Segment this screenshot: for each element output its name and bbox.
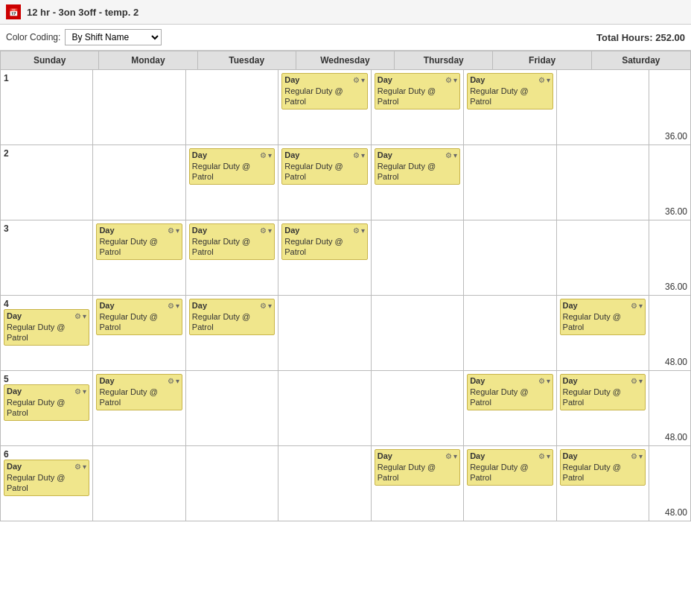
dropdown-arrow-icon[interactable]: ▾ <box>83 463 86 471</box>
shift-icons: ⚙▾ <box>445 76 457 84</box>
header-title: 12 hr - 3on 3off - temp. 2 <box>27 7 138 18</box>
day-header-sunday: Sunday <box>1 51 99 69</box>
gear-icon[interactable]: ⚙ <box>631 452 637 460</box>
dropdown-arrow-icon[interactable]: ▾ <box>547 452 550 460</box>
gear-icon[interactable]: ⚙ <box>74 463 81 471</box>
dropdown-arrow-icon[interactable]: ▾ <box>83 312 86 320</box>
gear-icon[interactable]: ⚙ <box>74 387 81 396</box>
shift-description: Regular Duty @ Patrol <box>284 161 364 182</box>
dropdown-arrow-icon[interactable]: ▾ <box>453 452 457 460</box>
dropdown-arrow-icon[interactable]: ▾ <box>176 302 179 310</box>
total-hours-value: 252.00 <box>655 32 685 43</box>
shift-icons: ⚙▾ <box>353 76 365 84</box>
gear-icon[interactable]: ⚙ <box>445 76 452 84</box>
dropdown-arrow-icon[interactable]: ▾ <box>361 226 365 235</box>
shift-card[interactable]: Day⚙▾Regular Duty @ Patrol <box>189 223 275 260</box>
gear-icon[interactable]: ⚙ <box>631 302 637 310</box>
gear-icon[interactable]: ⚙ <box>168 302 174 310</box>
shift-header: Day⚙▾ <box>99 376 179 385</box>
row-total-week3: 36.00 <box>649 220 690 295</box>
dropdown-arrow-icon[interactable]: ▾ <box>639 452 643 460</box>
color-coding-select[interactable]: By Shift Name By Position By Employee <box>65 29 162 45</box>
day-cell-week2-day2: Day⚙▾Regular Duty @ Patrol <box>186 145 278 220</box>
gear-icon[interactable]: ⚙ <box>538 452 545 460</box>
shift-card[interactable]: Day⚙▾Regular Duty @ Patrol <box>189 299 275 335</box>
shift-icons: ⚙▾ <box>445 151 457 159</box>
dropdown-arrow-icon[interactable]: ▾ <box>268 226 272 235</box>
week-row-4: 4Day⚙▾Regular Duty @ PatrolDay⚙▾Regular … <box>1 296 690 371</box>
shift-card[interactable]: Day⚙▾Regular Duty @ Patrol <box>560 299 646 335</box>
shift-card[interactable]: Day⚙▾Regular Duty @ Patrol <box>96 299 182 335</box>
shift-description: Regular Duty @ Patrol <box>470 387 550 408</box>
dropdown-arrow-icon[interactable]: ▾ <box>176 226 179 235</box>
shift-card[interactable]: Day⚙▾Regular Duty @ Patrol <box>467 374 553 410</box>
gear-icon[interactable]: ⚙ <box>260 302 267 310</box>
header-bar: 📅 12 hr - 3on 3off - temp. 2 <box>0 0 691 25</box>
shift-header: Day⚙▾ <box>563 451 643 460</box>
gear-icon[interactable]: ⚙ <box>353 151 360 159</box>
gear-icon[interactable]: ⚙ <box>353 76 360 84</box>
shift-card[interactable]: Day⚙▾Regular Duty @ Patrol <box>96 223 182 260</box>
row-total-week6: 48.00 <box>649 446 690 521</box>
day-cell-week4-day1: Day⚙▾Regular Duty @ Patrol <box>93 296 185 370</box>
shift-name: Day <box>192 150 207 159</box>
dropdown-arrow-icon[interactable]: ▾ <box>547 377 550 385</box>
shift-card[interactable]: Day⚙▾Regular Duty @ Patrol <box>96 374 182 410</box>
shift-header: Day⚙▾ <box>563 376 643 385</box>
shift-header: Day⚙▾ <box>470 75 550 84</box>
shift-description: Regular Duty @ Patrol <box>192 236 272 258</box>
gear-icon[interactable]: ⚙ <box>538 377 545 385</box>
gear-icon[interactable]: ⚙ <box>631 377 637 385</box>
gear-icon[interactable]: ⚙ <box>445 151 452 159</box>
shift-card[interactable]: Day⚙▾Regular Duty @ Patrol <box>467 73 553 109</box>
shift-card[interactable]: Day⚙▾Regular Duty @ Patrol <box>375 449 460 486</box>
shift-card[interactable]: Day⚙▾Regular Duty @ Patrol <box>4 309 89 346</box>
shift-icons: ⚙▾ <box>74 463 86 471</box>
gear-icon[interactable]: ⚙ <box>168 377 174 385</box>
gear-icon[interactable]: ⚙ <box>260 151 267 159</box>
shift-card[interactable]: Day⚙▾Regular Duty @ Patrol <box>189 148 275 185</box>
gear-icon[interactable]: ⚙ <box>74 312 81 320</box>
shift-card[interactable]: Day⚙▾Regular Duty @ Patrol <box>281 73 367 109</box>
shift-card[interactable]: Day⚙▾Regular Duty @ Patrol <box>4 460 89 496</box>
dropdown-arrow-icon[interactable]: ▾ <box>176 377 179 385</box>
gear-icon[interactable]: ⚙ <box>168 226 174 235</box>
shift-name: Day <box>284 75 299 84</box>
shift-description: Regular Duty @ Patrol <box>192 161 272 182</box>
shift-card[interactable]: Day⚙▾Regular Duty @ Patrol <box>281 148 367 185</box>
shift-description: Regular Duty @ Patrol <box>470 86 550 107</box>
shift-description: Regular Duty @ Patrol <box>378 161 457 182</box>
gear-icon[interactable]: ⚙ <box>445 452 452 460</box>
shift-card[interactable]: Day⚙▾Regular Duty @ Patrol <box>560 449 646 486</box>
dropdown-arrow-icon[interactable]: ▾ <box>639 377 643 385</box>
dropdown-arrow-icon[interactable]: ▾ <box>453 151 457 159</box>
shift-description: Regular Duty @ Patrol <box>99 236 179 258</box>
day-cell-week3-day2: Day⚙▾Regular Duty @ Patrol <box>186 220 278 295</box>
shift-icons: ⚙▾ <box>168 226 179 235</box>
dropdown-arrow-icon[interactable]: ▾ <box>547 76 550 84</box>
shift-name: Day <box>7 311 22 320</box>
toolbar-left: Color Coding: By Shift Name By Position … <box>6 29 162 45</box>
day-cell-week1-day1 <box>93 70 185 145</box>
shift-card[interactable]: Day⚙▾Regular Duty @ Patrol <box>281 223 367 260</box>
shift-description: Regular Duty @ Patrol <box>378 86 457 107</box>
shift-header: Day⚙▾ <box>7 387 86 396</box>
gear-icon[interactable]: ⚙ <box>353 226 360 235</box>
shift-card[interactable]: Day⚙▾Regular Duty @ Patrol <box>375 148 460 185</box>
dropdown-arrow-icon[interactable]: ▾ <box>361 76 365 84</box>
shift-card[interactable]: Day⚙▾Regular Duty @ Patrol <box>560 374 646 410</box>
shift-card[interactable]: Day⚙▾Regular Duty @ Patrol <box>4 384 89 421</box>
shift-description: Regular Duty @ Patrol <box>284 86 364 107</box>
dropdown-arrow-icon[interactable]: ▾ <box>268 302 272 310</box>
shift-icons: ⚙▾ <box>631 377 643 385</box>
dropdown-arrow-icon[interactable]: ▾ <box>639 302 643 310</box>
gear-icon[interactable]: ⚙ <box>260 226 267 235</box>
dropdown-arrow-icon[interactable]: ▾ <box>453 76 457 84</box>
dropdown-arrow-icon[interactable]: ▾ <box>361 151 365 159</box>
shift-name: Day <box>470 75 485 84</box>
shift-card[interactable]: Day⚙▾Regular Duty @ Patrol <box>467 449 553 486</box>
dropdown-arrow-icon[interactable]: ▾ <box>83 387 86 396</box>
dropdown-arrow-icon[interactable]: ▾ <box>268 151 272 159</box>
gear-icon[interactable]: ⚙ <box>538 76 545 84</box>
shift-card[interactable]: Day⚙▾Regular Duty @ Patrol <box>375 73 460 109</box>
